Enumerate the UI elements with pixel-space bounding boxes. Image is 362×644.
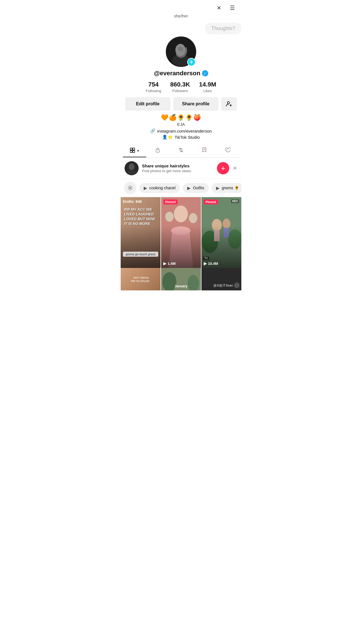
add-friend-button[interactable]	[221, 97, 237, 111]
avatar-wrapper[interactable]: +	[166, 37, 196, 67]
username: @everanderson	[154, 70, 200, 77]
svg-rect-13	[130, 151, 132, 153]
pinned-badge-2: Pinned	[204, 199, 218, 204]
add-person-icon	[226, 101, 232, 107]
stat-following[interactable]: 754 Following	[146, 81, 161, 93]
playlist-settings-button[interactable]	[124, 182, 136, 194]
tab-grid-icon: ▾	[130, 148, 139, 154]
playlist-video-icon: ▶	[144, 185, 147, 191]
bottom-video-1[interactable]: and i wanna ride my tricycle	[121, 268, 161, 290]
playlist-grwms[interactable]: ▶ grwms 🌻	[212, 183, 241, 193]
bottom-video-3[interactable]: @大蚊子Sean	[201, 268, 241, 290]
lock-icon	[155, 147, 161, 154]
tiktok-studio-link[interactable]: 👤⭐ TikTok Studio	[121, 135, 241, 140]
svg-point-23	[174, 206, 188, 222]
video-play-count-1: ▶ 1.4M	[163, 261, 176, 266]
watermark-avatar	[234, 283, 240, 288]
playlist-video-icon-3: ▶	[216, 185, 219, 191]
stat-likes[interactable]: 14.9M Likes	[199, 81, 216, 93]
video-pinned-2[interactable]: Pinned HDV TV ▶ 10.4M	[201, 197, 241, 268]
video-play-count-2: ▶ 10.4M	[204, 261, 218, 266]
watermark-text: @大蚊子Sean	[213, 283, 233, 288]
link-icon: 🔗	[150, 128, 155, 133]
play-icon-1: ▶	[163, 261, 166, 266]
bottom-video-caption-2: January	[161, 284, 201, 288]
playlist-outfits-label: Outfits	[193, 186, 204, 190]
menu-icon[interactable]: ☰	[228, 3, 237, 12]
suggestion-subtitle: Post photos to get more views.	[142, 169, 214, 173]
tab-saved[interactable]	[193, 144, 216, 157]
play-count-2: 10.4M	[208, 261, 218, 266]
bio-section: 🧡🍊🌻🌻🍑 EJA 🔗 instagram.com/everanderson 👤…	[121, 114, 241, 140]
tab-grid[interactable]: ▾	[123, 145, 146, 157]
suggestion-thumbnail	[125, 161, 139, 175]
share-profile-button[interactable]: Share profile	[173, 97, 218, 111]
bio-link-text: instagram.com/everanderson	[157, 129, 212, 133]
bio-link[interactable]: 🔗 instagram.com/everanderson	[121, 128, 241, 133]
stats-row: 754 Following 860.3K Followers 14.9M Lik…	[121, 81, 241, 93]
bottom-video-2[interactable]: January	[161, 268, 201, 290]
tab-bar: ▾	[121, 144, 241, 158]
pinned-badge-1: Pinned	[163, 199, 178, 204]
playlist-outfits[interactable]: ▶ Outfits	[183, 183, 209, 193]
playlist-cooking-chanel[interactable]: ▶ cooking chanel	[139, 183, 180, 193]
svg-point-8	[227, 102, 230, 104]
svg-rect-15	[156, 150, 159, 152]
heart-icon	[224, 147, 231, 154]
drafts-subtitle: gonna go touch grass	[123, 252, 158, 257]
video-grid: Drafts: 848 RIP MY ACC WE LIVED LAUGHED …	[121, 197, 241, 268]
svg-point-7	[178, 47, 183, 51]
play-icon-2: ▶	[204, 261, 207, 266]
svg-rect-14	[133, 151, 135, 153]
video-drafts[interactable]: Drafts: 848 RIP MY ACC WE LIVED LAUGHED …	[121, 197, 161, 268]
playlist-cooking-label: cooking chanel	[149, 186, 175, 190]
avatar-section: +	[121, 37, 241, 67]
bookmark-icon	[201, 147, 207, 154]
tab-liked[interactable]	[216, 144, 239, 157]
svg-point-26	[189, 213, 197, 223]
thoughts-bubble[interactable]: Thoughts?	[205, 23, 241, 34]
action-buttons: Edit profile Share profile	[121, 97, 241, 111]
bottom-video-row: and i wanna ride my tricycle January @大蚊…	[121, 268, 241, 290]
playlist-row: ▶ cooking chanel ▶ Outfits ▶ grwms 🌻	[121, 179, 241, 197]
close-icon[interactable]: ✕	[214, 3, 223, 12]
top-bar: ✕ ☰	[121, 0, 241, 12]
suggestion-title: Share unique hairstyles	[142, 163, 214, 168]
svg-line-17	[226, 149, 227, 150]
stat-followers[interactable]: 860.3K Followers	[170, 81, 190, 93]
studio-icon: 👤⭐	[162, 135, 173, 140]
edit-profile-button[interactable]: Edit profile	[125, 97, 170, 111]
add-avatar-button[interactable]: +	[187, 58, 196, 66]
pronoun-label: she/her	[121, 13, 241, 18]
tab-repost[interactable]	[169, 144, 193, 157]
video-pinned-1[interactable]: Pinned ▶ 1.4M	[161, 197, 201, 268]
svg-point-20	[127, 170, 136, 175]
playlist-video-icon-2: ▶	[187, 185, 191, 191]
bio-emojis: 🧡🍊🌻🌻🍑	[121, 114, 241, 121]
drafts-text-main: RIP MY ACC WE LIVED LAUGHED LOVED BUT NO…	[124, 207, 157, 226]
suggestion-text: Share unique hairstyles Post photos to g…	[142, 163, 214, 173]
drafts-badge: Drafts: 848	[123, 199, 142, 204]
svg-rect-11	[130, 148, 132, 150]
tiktok-studio-label: TikTok Studio	[175, 135, 200, 140]
play-count-1: 1.4M	[168, 261, 176, 266]
svg-point-21	[130, 187, 131, 189]
tv-badge: TV	[203, 256, 209, 260]
verified-badge: ✓	[202, 70, 208, 76]
watermark: @大蚊子Sean	[213, 283, 240, 288]
svg-point-19	[129, 163, 134, 170]
svg-point-25	[165, 212, 174, 222]
suggestion-close-button[interactable]: ✕	[233, 165, 237, 172]
bottom-video-caption-1: and i wanna ride my tricycle	[131, 276, 151, 283]
suggestion-add-button[interactable]: +	[217, 162, 229, 174]
bio-name: EJA	[121, 122, 241, 127]
repost-icon	[178, 147, 184, 154]
tab-private[interactable]	[146, 144, 169, 157]
svg-rect-12	[133, 148, 135, 150]
playlist-grwms-label: grwms 🌻	[222, 186, 239, 190]
hdv-badge: HDV	[231, 199, 239, 203]
suggestion-banner: Share unique hairstyles Post photos to g…	[121, 158, 241, 179]
